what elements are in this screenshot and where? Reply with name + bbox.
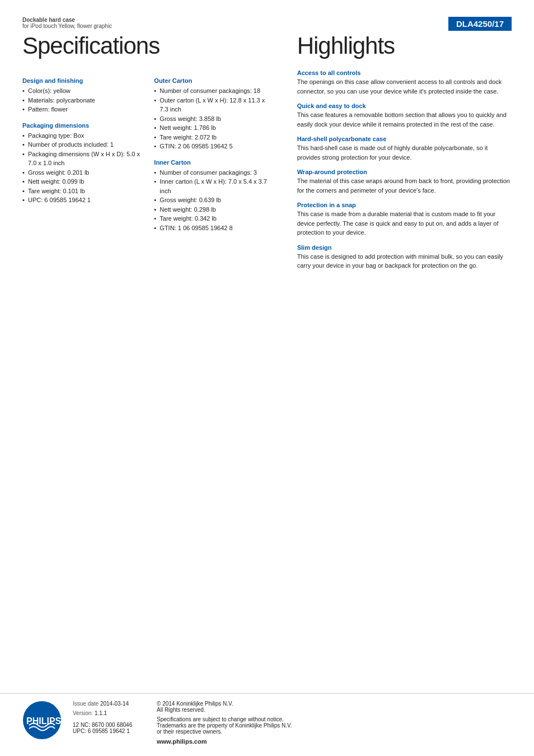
highlight-title-slim: Slim design — [297, 244, 512, 251]
section-heading-packaging: Packaging dimensions — [22, 122, 143, 129]
footer: PHILIPS Issue date 2014-03-14 Version: 1… — [0, 693, 534, 745]
list-item: GTIN: 2 06 09585 19642 5 — [154, 142, 274, 151]
disclaimer-text: Specifications are subject to change wit… — [157, 716, 512, 735]
highlight-wrap-around: Wrap-around protection The material of t… — [297, 169, 512, 195]
copyright-text: © 2014 Koninklijke Philips N.V. — [157, 701, 512, 707]
highlight-text-dock: This case features a removable bottom se… — [297, 110, 512, 129]
highlight-access-controls: Access to all controls The openings on t… — [297, 69, 512, 96]
list-item: Packaging dimensions (W x H x D): 5.0 x … — [22, 150, 143, 168]
nc-value: 12 NC: 8670 000 68046 — [73, 722, 146, 728]
upc-value: UPC: 6 09585 19642 1 — [73, 728, 146, 734]
list-item: Materials: polycarbonate — [22, 96, 143, 105]
list-item: Packaging type: Box — [22, 131, 143, 141]
list-item: Tare weight: 0.342 lb — [154, 214, 274, 223]
list-item: Number of products included: 1 — [22, 140, 143, 150]
philips-logo: PHILIPS — [22, 701, 62, 741]
highlight-quick-dock: Quick and easy to dock This case feature… — [297, 102, 512, 129]
model-badge: DLA4250/17 — [448, 17, 512, 31]
list-item: Number of consumer packagings: 18 — [154, 86, 274, 96]
version-row: Version: 1.1.1 — [73, 710, 146, 716]
highlight-text-wrap: The material of this case wraps around f… — [297, 176, 512, 195]
highlight-title-dock: Quick and easy to dock — [297, 102, 512, 109]
list-item: GTIN: 1 06 09585 19642 8 — [154, 223, 274, 233]
list-item: Pattern: flower — [22, 105, 143, 114]
highlight-title-wrap: Wrap-around protection — [297, 169, 512, 175]
rights-text: All Rights reserved. — [157, 707, 512, 713]
philips-logo-svg: PHILIPS — [22, 701, 62, 740]
issue-date-row: Issue date 2014-03-14 — [73, 701, 146, 707]
spec-sub-col-left: Design and finishing Color(s): yellow Ma… — [22, 69, 143, 232]
highlight-text-snap: This case is made from a durable materia… — [297, 209, 512, 237]
highlight-title-hardshell: Hard-shell polycarbonate case — [297, 136, 512, 142]
nc-row: 12 NC: 8670 000 68046 UPC: 6 09585 19642… — [73, 722, 146, 734]
version-label: Version: — [73, 710, 93, 716]
spec-sub-col-right: Outer Carton Number of consumer packagin… — [154, 69, 274, 232]
footer-info: Issue date 2014-03-14 Version: 1.1.1 12 … — [73, 701, 512, 745]
footer-right: © 2014 Koninklijke Philips N.V. All Righ… — [157, 701, 512, 745]
list-item: Number of consumer packagings: 3 — [154, 168, 274, 178]
highlights-column: Highlights Access to all controls The op… — [292, 30, 512, 277]
list-item: Gross weight: 3.858 lb — [154, 114, 274, 124]
list-item: Tare weight: 0.101 lb — [22, 186, 143, 196]
highlight-title-snap: Protection in a snap — [297, 202, 512, 208]
product-name: Dockable hard case — [22, 17, 75, 23]
footer-left: Issue date 2014-03-14 Version: 1.1.1 12 … — [73, 701, 146, 734]
specs-column: Specifications Design and finishing Colo… — [22, 30, 292, 277]
section-heading-inner-carton: Inner Carton — [154, 159, 274, 166]
highlight-text-slim: This case is designed to add protection … — [297, 252, 512, 270]
list-item: Nett weight: 0.298 lb — [154, 205, 274, 214]
list-item: Tare weight: 2.072 lb — [154, 133, 274, 142]
highlights-title: Highlights — [297, 32, 512, 59]
list-item: Nett weight: 0.099 lb — [22, 177, 143, 186]
product-sub: for iPod touch Yellow, flower graphic — [22, 23, 112, 29]
list-item: Gross weight: 0.639 lb — [154, 195, 274, 205]
issue-date-value: 2014-03-14 — [100, 701, 129, 707]
issue-label: Issue date — [73, 701, 99, 707]
list-item: Color(s): yellow — [22, 86, 143, 96]
header-product: Dockable hard case for iPod touch Yellow… — [22, 17, 512, 29]
svg-text:PHILIPS: PHILIPS — [26, 716, 62, 726]
highlight-slim-design: Slim design This case is designed to add… — [297, 244, 512, 270]
packaging-list: Packaging type: Box Number of products i… — [22, 131, 143, 205]
highlight-text-hardshell: This hard-shell case is made out of high… — [297, 143, 512, 162]
section-heading-outer-carton: Outer Carton — [154, 77, 274, 84]
design-list: Color(s): yellow Materials: polycarbonat… — [22, 86, 143, 114]
spec-sub-columns: Design and finishing Color(s): yellow Ma… — [22, 69, 275, 232]
list-item: Outer carton (L x W x H): 12.8 x 11.3 x … — [154, 96, 274, 114]
highlight-title-access: Access to all controls — [297, 69, 512, 76]
highlight-hard-shell: Hard-shell polycarbonate case This hard-… — [297, 136, 512, 162]
version-value: 1.1.1 — [95, 710, 107, 716]
section-heading-design: Design and finishing — [22, 77, 143, 84]
website-link[interactable]: www.philips.com — [157, 738, 512, 745]
highlight-text-access: The openings on this case allow convenie… — [297, 77, 512, 96]
list-item: Inner carton (L x W x H): 7.0 x 5.4 x 3.… — [154, 177, 274, 195]
specs-title: Specifications — [22, 32, 275, 59]
list-item: Gross weight: 0.201 lb — [22, 168, 143, 178]
page: DLA4250/17 Dockable hard case for iPod t… — [0, 0, 534, 756]
list-item: Nett weight: 1.786 lb — [154, 123, 274, 133]
outer-carton-list: Number of consumer packagings: 18 Outer … — [154, 86, 274, 151]
inner-carton-list: Number of consumer packagings: 3 Inner c… — [154, 168, 274, 233]
list-item: UPC: 6 09585 19642 1 — [22, 195, 143, 205]
two-column-layout: Specifications Design and finishing Colo… — [22, 30, 512, 277]
highlight-protection-snap: Protection in a snap This case is made f… — [297, 202, 512, 237]
